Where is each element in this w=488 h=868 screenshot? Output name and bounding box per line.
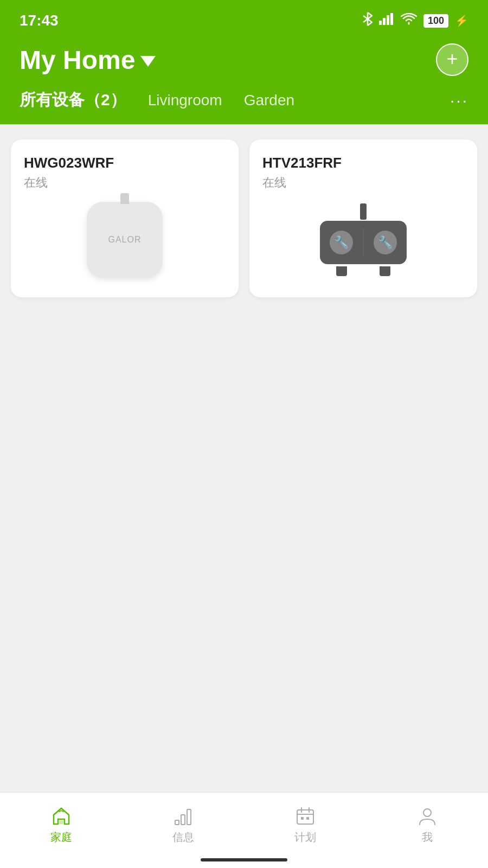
nav-label-profile: 我 <box>422 830 433 845</box>
nav-label-info: 信息 <box>172 830 194 845</box>
brand-label: GALOR <box>108 235 141 245</box>
tab-garden[interactable]: Garden <box>244 92 294 109</box>
svg-point-14 <box>423 809 431 816</box>
svg-rect-4 <box>59 820 63 824</box>
valve-button-2: 🔧 <box>374 231 397 254</box>
calendar-nav-icon <box>294 805 316 827</box>
status-time: 17:43 <box>20 12 59 29</box>
header-title: My Home <box>20 45 156 75</box>
svg-rect-3 <box>390 13 393 25</box>
tab-all-devices[interactable]: 所有设备（2） <box>20 89 126 111</box>
person-nav-icon <box>416 805 438 827</box>
more-rooms-button[interactable]: ··· <box>450 91 468 110</box>
home-title: My Home <box>20 45 135 75</box>
device-status-1: 在线 <box>24 175 226 191</box>
valve-icon-2: 🔧 <box>378 235 393 250</box>
chevron-down-icon[interactable] <box>140 56 156 67</box>
nav-item-home[interactable]: 家庭 <box>0 805 122 845</box>
nav-item-profile[interactable]: 我 <box>366 805 488 845</box>
header: My Home + <box>0 38 488 89</box>
irrigation-controller-image: 🔧 🔧 <box>320 203 407 276</box>
device-feet <box>336 266 390 276</box>
info-nav-icon <box>172 805 194 827</box>
svg-rect-8 <box>297 810 313 824</box>
status-icons: 100 ⚡ <box>363 12 468 29</box>
antenna-icon <box>360 203 367 220</box>
bottom-nav: 家庭 信息 计划 我 <box>0 792 488 868</box>
nav-label-home: 家庭 <box>50 830 72 845</box>
svg-rect-13 <box>306 817 309 820</box>
device-grid: HWG023WRF 在线 GALOR HTV213FRF 在线 🔧 <box>11 139 477 297</box>
wifi-icon <box>401 13 417 28</box>
nav-item-info[interactable]: 信息 <box>122 805 244 845</box>
device-image-2: 🔧 🔧 <box>262 202 464 278</box>
svg-rect-7 <box>187 809 191 825</box>
svg-rect-5 <box>175 820 179 825</box>
add-device-button[interactable]: + <box>436 43 468 76</box>
tab-livingroom[interactable]: Livingroom <box>148 92 222 109</box>
svg-rect-12 <box>301 817 304 820</box>
device-image-1: GALOR <box>24 202 226 278</box>
valve-icon-1: 🔧 <box>334 235 349 250</box>
nav-item-schedule[interactable]: 计划 <box>244 805 366 845</box>
home-indicator <box>201 858 287 861</box>
valve-button-1: 🔧 <box>330 231 353 254</box>
charging-icon: ⚡ <box>455 14 468 27</box>
status-bar: 17:43 100 ⚡ <box>0 0 488 38</box>
bluetooth-icon <box>363 12 373 29</box>
device-body: 🔧 🔧 <box>320 221 407 264</box>
svg-rect-6 <box>181 815 185 825</box>
svg-rect-1 <box>383 18 386 25</box>
plus-icon: + <box>446 49 458 69</box>
rooms-tab-bar: 所有设备（2） Livingroom Garden ··· <box>0 89 488 124</box>
nav-label-schedule: 计划 <box>294 830 316 845</box>
svg-rect-2 <box>387 15 389 25</box>
foot-right <box>380 266 390 276</box>
device-status-2: 在线 <box>262 175 464 191</box>
svg-rect-0 <box>379 21 382 25</box>
home-nav-icon <box>50 805 72 827</box>
foot-left <box>336 266 347 276</box>
signal-icon <box>379 13 394 28</box>
device-name-2: HTV213FRF <box>262 155 464 171</box>
main-content: HWG023WRF 在线 GALOR HTV213FRF 在线 🔧 <box>0 124 488 764</box>
device-card-htv213frf[interactable]: HTV213FRF 在线 🔧 🔧 <box>249 139 477 297</box>
battery-icon: 100 <box>423 14 448 28</box>
device-name-1: HWG023WRF <box>24 155 226 171</box>
device-card-hwg023wrf[interactable]: HWG023WRF 在线 GALOR <box>11 139 239 297</box>
wifi-hub-image: GALOR <box>87 202 163 278</box>
